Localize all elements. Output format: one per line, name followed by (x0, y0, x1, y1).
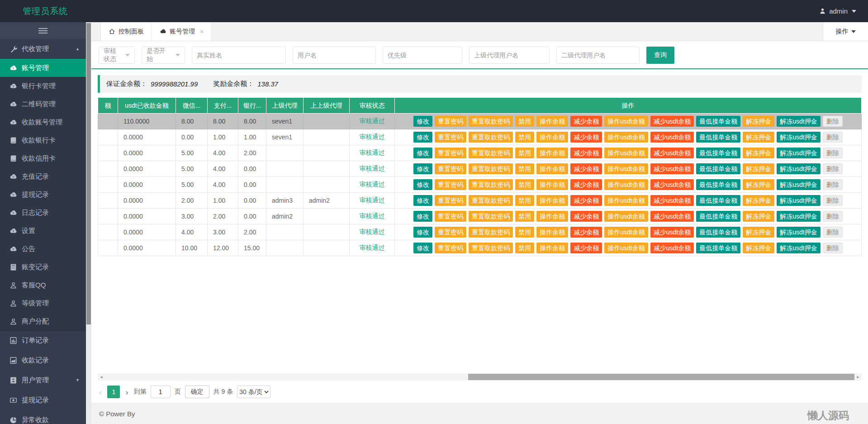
filter-input[interactable] (383, 47, 462, 64)
filter-input[interactable] (556, 47, 640, 64)
action-button[interactable]: 禁用 (515, 227, 534, 238)
action-button[interactable]: 最低接单金额 (696, 195, 740, 206)
action-button[interactable]: 修改 (413, 163, 432, 174)
action-button[interactable]: 最低接单金额 (696, 148, 740, 158)
action-button[interactable]: 禁用 (515, 148, 534, 158)
action-button[interactable]: 删除 (823, 211, 843, 222)
action-button[interactable]: 最低接单金额 (696, 116, 740, 127)
status-badge[interactable]: 审核通过 (360, 228, 385, 235)
table-row[interactable]: 0.00000.001.001.00seven1审核通过修改重置密码重置取款密码… (98, 129, 862, 145)
sidebar-item-cloud-upload-icon[interactable]: 账号管理 (0, 59, 86, 77)
action-button[interactable]: 删除 (823, 116, 843, 127)
table-row[interactable]: 0.00005.004.000.00审核通过修改重置密码重置取款密码禁用操作余额… (98, 177, 862, 193)
action-button[interactable]: 禁用 (515, 211, 534, 222)
action-button[interactable]: 删除 (823, 163, 843, 174)
sidebar-item-cloud-upload-icon[interactable]: 提现记录 (0, 186, 86, 204)
sidebar-item-cloud-upload-icon[interactable]: 银行卡管理 (0, 77, 86, 95)
action-button[interactable]: 重置取款密码 (469, 148, 513, 158)
action-button[interactable]: 重置密码 (435, 227, 466, 238)
action-button[interactable]: 解冻押金 (743, 148, 774, 158)
action-button[interactable]: 删除 (823, 243, 843, 253)
action-button[interactable]: 最低接单金额 (696, 227, 740, 238)
action-button[interactable]: 最低接单金额 (696, 211, 740, 222)
filter-select[interactable]: 是否开始 (142, 47, 185, 64)
action-button[interactable]: 禁用 (515, 243, 534, 253)
table-row[interactable]: 0.00002.001.000.00admin3admin2审核通过修改重置密码… (98, 193, 862, 209)
action-button[interactable]: 重置密码 (435, 211, 466, 222)
action-button[interactable]: 解冻押金 (743, 116, 774, 127)
sidebar-item-cloud-upload-icon[interactable]: 收款账号管理 (0, 113, 86, 131)
action-button[interactable]: 修改 (413, 179, 432, 190)
action-button[interactable]: 减少usdt余额 (650, 132, 694, 143)
action-button[interactable]: 禁用 (515, 179, 534, 190)
action-button[interactable]: 操作余额 (536, 195, 568, 206)
sidebar-item-wrench-icon[interactable]: 代收管理▲ (0, 39, 86, 59)
sidebar-scrollbar-thumb[interactable] (86, 23, 91, 324)
action-button[interactable]: 重置取款密码 (469, 243, 513, 253)
action-button[interactable]: 禁用 (515, 163, 534, 174)
action-button[interactable]: 重置密码 (435, 132, 466, 143)
action-button[interactable]: 解冻押金 (743, 243, 774, 253)
action-button[interactable]: 删除 (823, 195, 843, 206)
sidebar-item-user-badge-icon[interactable]: 用户管理▼ (0, 370, 86, 390)
action-button[interactable]: 减少usdt余额 (650, 243, 694, 253)
status-badge[interactable]: 审核通过 (360, 181, 385, 188)
action-button[interactable]: 减少usdt余额 (650, 163, 694, 174)
action-button[interactable]: 解冻押金 (743, 211, 774, 222)
action-button[interactable]: 减少usdt余额 (650, 179, 694, 190)
filter-select[interactable]: 审核状态 (99, 47, 135, 64)
action-button[interactable]: 减少余额 (570, 195, 602, 206)
action-button[interactable]: 解冻usdt押金 (777, 195, 820, 206)
action-button[interactable]: 最低接单金额 (696, 132, 740, 143)
status-badge[interactable]: 审核通过 (360, 244, 385, 251)
action-button[interactable]: 删除 (823, 227, 843, 238)
action-button[interactable]: 重置密码 (435, 195, 466, 206)
action-button[interactable]: 操作余额 (536, 148, 568, 158)
sidebar-item-cloud-upload-icon[interactable]: 公告 (0, 240, 86, 258)
action-button[interactable]: 重置取款密码 (469, 179, 513, 190)
action-button[interactable]: 减少usdt余额 (650, 227, 694, 238)
action-button[interactable]: 减少余额 (570, 148, 602, 158)
table-row[interactable]: 0.00003.002.000.00admin2审核通过修改重置密码重置取款密码… (98, 209, 862, 224)
table-row[interactable]: 0.000010.0012.0015.00审核通过修改重置密码重置取款密码禁用操… (98, 240, 862, 256)
confirm-page-button[interactable]: 确定 (185, 386, 209, 398)
action-button[interactable]: 操作usdt余额 (604, 148, 648, 158)
action-button[interactable]: 解冻usdt押金 (777, 179, 820, 190)
horizontal-scrollbar-thumb[interactable] (468, 374, 854, 380)
action-button[interactable]: 重置取款密码 (469, 195, 513, 206)
goto-page-input[interactable] (151, 386, 171, 398)
action-button[interactable]: 最低接单金额 (696, 243, 740, 253)
action-button[interactable]: 操作余额 (536, 132, 568, 143)
action-button[interactable]: 解冻usdt押金 (777, 211, 820, 222)
action-button[interactable]: 减少余额 (570, 163, 602, 174)
action-button[interactable]: 减少余额 (570, 179, 602, 190)
action-button[interactable]: 重置密码 (435, 163, 466, 174)
table-row[interactable]: 0.00005.004.002.00审核通过修改重置密码重置取款密码禁用操作余额… (98, 145, 862, 161)
action-button[interactable]: 重置取款密码 (469, 227, 513, 238)
action-button[interactable]: 修改 (413, 132, 432, 143)
action-button[interactable]: 解冻usdt押金 (777, 243, 820, 253)
sidebar-item-money-icon[interactable]: 提现记录 (0, 390, 86, 410)
action-button[interactable]: 操作usdt余额 (604, 243, 648, 253)
user-menu[interactable]: admin (819, 7, 856, 15)
sidebar-item-user-icon[interactable]: 客服QQ (0, 276, 86, 294)
sidebar-item-cloud-upload-icon[interactable]: 日志记录 (0, 204, 86, 222)
action-button[interactable]: 重置取款密码 (469, 211, 513, 222)
filter-input[interactable] (293, 47, 376, 64)
table-row[interactable]: 110.00008.008.008.00seven1审核通过修改重置密码重置取款… (98, 114, 862, 129)
status-badge[interactable]: 审核通过 (360, 117, 385, 124)
action-button[interactable]: 解冻usdt押金 (777, 163, 820, 174)
filter-input[interactable] (192, 47, 286, 64)
action-button[interactable]: 减少usdt余额 (650, 195, 694, 206)
action-button[interactable]: 操作余额 (536, 163, 568, 174)
status-badge[interactable]: 审核通过 (360, 212, 385, 219)
action-button[interactable]: 删除 (823, 179, 843, 190)
action-button[interactable]: 减少余额 (570, 243, 602, 253)
action-button[interactable]: 减少余额 (570, 116, 602, 127)
action-button[interactable]: 最低接单金额 (696, 179, 740, 190)
action-button[interactable]: 操作余额 (536, 179, 568, 190)
sidebar-item-book-icon[interactable]: 收款银行卡 (0, 131, 86, 149)
status-badge[interactable]: 审核通过 (360, 165, 385, 172)
tab-active[interactable]: 账号管理× (152, 22, 212, 41)
scroll-left-arrow-icon[interactable]: ◄ (98, 373, 105, 381)
